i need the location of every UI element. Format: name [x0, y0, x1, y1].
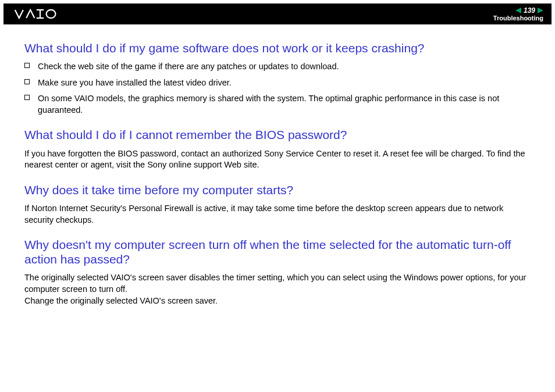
question-heading: Why does it take time before my computer…	[24, 183, 531, 197]
question-heading: What should I do if my game software doe…	[24, 41, 531, 55]
svg-point-3	[47, 10, 56, 18]
body-text: If Norton Internet Security's Personal F…	[24, 203, 531, 226]
body-text: If you have forgotten the BIOS password,…	[24, 148, 531, 171]
list-item: Check the web site of the game if there …	[24, 61, 531, 73]
arrow-right-icon[interactable]	[538, 8, 543, 13]
arrow-left-icon[interactable]	[515, 8, 521, 13]
bullet-square-icon	[24, 63, 30, 68]
body-text: The originally selected VAIO's screen sa…	[24, 272, 531, 307]
header-right: 139 Troubleshooting	[493, 6, 543, 22]
section-label: Troubleshooting	[493, 15, 543, 22]
content: What should I do if my game software doe…	[0, 24, 555, 318]
bullet-square-icon	[24, 95, 30, 100]
question-heading: Why doesn't my computer screen turn off …	[24, 237, 531, 266]
list-item: Make sure you have installed the latest …	[24, 77, 531, 89]
bullet-text: On some VAIO models, the graphics memory…	[38, 93, 531, 116]
page-nav: 139	[515, 6, 543, 15]
page-number: 139	[524, 6, 535, 15]
vaio-logo	[14, 9, 76, 19]
question-heading: What should I do if I cannot remember th…	[24, 127, 531, 142]
bullet-text: Make sure you have installed the latest …	[38, 77, 531, 89]
header-bar: 139 Troubleshooting	[3, 3, 552, 24]
bullet-text: Check the web site of the game if there …	[38, 61, 531, 73]
bullet-square-icon	[24, 79, 30, 84]
bullet-list: Check the web site of the game if there …	[24, 61, 531, 116]
list-item: On some VAIO models, the graphics memory…	[24, 93, 531, 116]
